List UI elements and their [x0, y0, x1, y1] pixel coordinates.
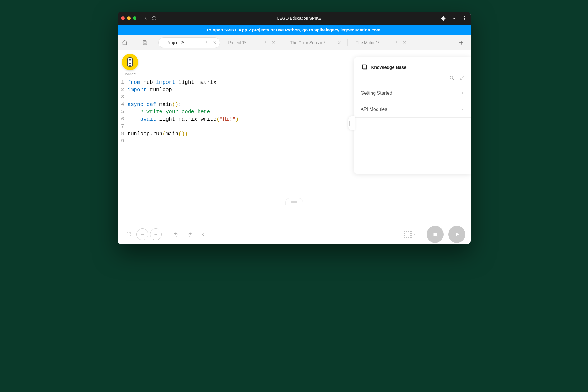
svg-point-3 [206, 41, 207, 41]
svg-point-0 [464, 16, 464, 17]
svg-point-8 [265, 44, 266, 44]
undo-icon [174, 232, 179, 237]
line-number: 3 [118, 94, 126, 101]
chevron-down-icon [413, 233, 417, 236]
tab-close-button[interactable] [271, 40, 276, 45]
undo-button[interactable] [170, 228, 182, 240]
fullscreen-button[interactable] [123, 228, 135, 240]
save-icon [142, 39, 148, 46]
code-content [126, 138, 128, 145]
svg-point-10 [331, 42, 331, 43]
dots-vertical-icon [394, 41, 398, 45]
zoom-in-button[interactable] [150, 228, 162, 240]
main-area: Connect 1from hub import light_matrix2im… [118, 50, 471, 225]
slot-selector[interactable] [404, 231, 417, 238]
project-tab[interactable]: Project 2* [158, 37, 220, 48]
tab-menu-button[interactable] [204, 40, 209, 45]
legacy-banner: To open SPIKE App 2 projects or use Pyth… [118, 25, 471, 35]
knowledge-base-panel: | | Knowledge Base Getting StartedAPI Mo… [354, 57, 471, 174]
redo-icon [187, 232, 192, 237]
code-content [126, 94, 128, 101]
line-number: 9 [118, 138, 126, 145]
kb-expand-button[interactable] [459, 75, 465, 81]
close-icon [213, 41, 217, 45]
close-icon [337, 41, 341, 45]
kb-item[interactable]: API Modules [354, 101, 471, 118]
code-content [126, 123, 128, 130]
expand-icon [460, 75, 465, 81]
tab-close-button[interactable] [337, 40, 342, 45]
code-content: runloop.run(main()) [126, 130, 188, 138]
console-drag-handle[interactable] [285, 198, 303, 205]
kb-search-button[interactable] [449, 75, 455, 81]
puzzle-icon [441, 16, 446, 21]
titlebar: LEGO Education SPIKE [118, 12, 471, 25]
svg-point-2 [464, 19, 464, 20]
line-number: 8 [118, 130, 126, 138]
svg-point-1 [464, 18, 464, 19]
code-content: # write your code here [126, 108, 210, 116]
tab-label: Project 1* [228, 40, 260, 45]
tab-label: Project 2* [167, 40, 201, 45]
tab-menu-button[interactable] [394, 40, 399, 45]
play-icon [454, 231, 460, 238]
line-number: 5 [118, 108, 126, 116]
save-button[interactable] [138, 36, 152, 50]
svg-point-11 [331, 44, 331, 44]
extensions-button[interactable] [441, 16, 446, 21]
svg-rect-19 [433, 233, 437, 236]
arrow-left-icon [144, 16, 148, 21]
redo-button[interactable] [184, 228, 196, 240]
separator [166, 230, 166, 239]
kb-item[interactable]: Getting Started [354, 85, 471, 101]
project-tab[interactable]: Project 1* [220, 37, 282, 48]
project-tab[interactable]: The Color Sensor * [282, 37, 347, 48]
dots-vertical-icon [263, 41, 267, 45]
window-title: LEGO Education SPIKE [158, 16, 441, 21]
app-window: LEGO Education SPIKE To open SPIKE App 2… [118, 12, 471, 244]
home-icon [121, 39, 128, 46]
svg-point-9 [331, 41, 331, 41]
step-back-button[interactable] [197, 228, 209, 240]
close-window-button[interactable] [121, 16, 125, 20]
download-button[interactable] [451, 16, 457, 21]
stop-button[interactable] [427, 226, 444, 243]
code-content: async def main(): [126, 101, 182, 108]
maximize-window-button[interactable] [133, 16, 136, 20]
svg-point-13 [396, 42, 397, 43]
zoom-out-button[interactable] [136, 228, 148, 240]
svg-point-6 [265, 41, 266, 41]
connect-label: Connect [123, 72, 136, 76]
svg-point-16 [129, 59, 131, 61]
dots-vertical-icon [462, 16, 467, 21]
code-content: from hub import light_matrix [126, 79, 216, 86]
minimize-window-button[interactable] [127, 16, 131, 20]
tab-strip: Project 2*Project 1*The Color Sensor *Th… [118, 35, 471, 50]
panel-collapse-handle[interactable]: | | [348, 116, 355, 130]
home-button[interactable] [118, 36, 132, 50]
tab-close-button[interactable] [402, 40, 407, 45]
run-button[interactable] [448, 226, 465, 243]
separator [155, 39, 155, 47]
kb-item-label: Getting Started [361, 91, 392, 96]
close-icon [402, 41, 407, 45]
new-tab-button[interactable] [455, 36, 468, 49]
chevron-right-icon [461, 91, 464, 95]
svg-point-5 [206, 44, 207, 44]
hub-icon [126, 57, 134, 67]
line-number: 7 [118, 123, 126, 130]
tab-menu-button[interactable] [263, 40, 268, 45]
project-tab[interactable]: The Motor 1* [348, 37, 409, 48]
reload-button[interactable] [150, 14, 158, 22]
minus-icon [140, 232, 145, 237]
window-controls [121, 16, 136, 20]
tab-menu-button[interactable] [328, 40, 334, 45]
more-menu-button[interactable] [462, 16, 467, 21]
connect-hub-button[interactable] [122, 54, 138, 70]
back-button[interactable] [142, 14, 150, 22]
code-content: import runloop [126, 86, 172, 94]
tab-close-button[interactable] [212, 40, 217, 45]
tab-label: The Color Sensor * [290, 40, 325, 45]
code-content: await light_matrix.write("Hi!") [126, 116, 239, 123]
tabs: Project 2*Project 1*The Color Sensor *Th… [158, 37, 454, 48]
